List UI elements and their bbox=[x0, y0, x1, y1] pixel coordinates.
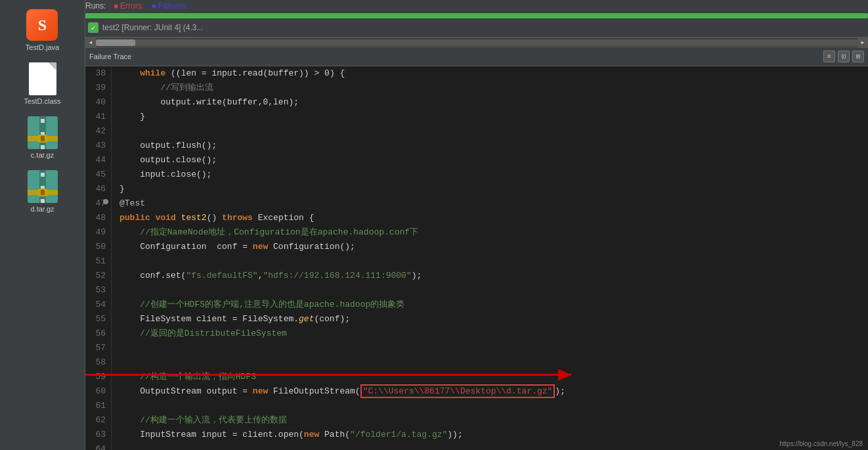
code-line: Configuration conf = new Configuration()… bbox=[119, 240, 868, 254]
code-editor-wrapper: 3839404142434445464748495051525354555657… bbox=[85, 66, 868, 450]
code-line: //构造一个输出流，指向HDFS bbox=[119, 370, 868, 384]
code-line: while ((len = input.read(buffer)) > 0) { bbox=[119, 66, 868, 81]
code-line: FileSystem client = FileSystem.get(conf)… bbox=[119, 312, 868, 326]
sidebar-item-testd-class[interactable]: TestD.class bbox=[21, 60, 63, 108]
sidebar-item-label: d.tar.gz bbox=[30, 205, 54, 213]
trace-icon-3[interactable]: ⊞ bbox=[852, 51, 864, 62]
line-number: 49 bbox=[91, 225, 106, 240]
line-number: 58 bbox=[91, 355, 106, 370]
failures-label: ■ Failures: bbox=[152, 1, 188, 11]
code-line: public void test2() throws Exception { bbox=[119, 211, 868, 225]
sidebar-item-d-tar-gz[interactable]: d.tar.gz bbox=[24, 168, 61, 215]
code-line bbox=[119, 283, 868, 298]
svg-rect-6 bbox=[41, 145, 45, 149]
test-item[interactable]: ✓ test2 [Runner: JUnit 4] (4.3... bbox=[85, 20, 868, 35]
sidebar: S TestD.java TestD.class bbox=[0, 0, 85, 450]
line-number: 54 bbox=[91, 298, 106, 312]
line-number: 48 bbox=[91, 211, 106, 225]
runs-label: Runs: bbox=[85, 1, 106, 11]
code-line: //写到输出流 bbox=[119, 81, 868, 95]
line-number: 62 bbox=[91, 413, 106, 428]
code-lines: while ((len = input.read(buffer)) > 0) {… bbox=[112, 66, 868, 450]
svg-rect-13 bbox=[41, 179, 45, 183]
line-number: 38 bbox=[91, 66, 106, 81]
line-number: 55 bbox=[91, 312, 106, 326]
scroll-track[interactable] bbox=[96, 39, 857, 46]
code-content: 3839404142434445464748495051525354555657… bbox=[85, 66, 868, 450]
line-number: 40 bbox=[91, 95, 106, 110]
line-number: 56 bbox=[91, 326, 106, 341]
code-line: } bbox=[119, 182, 868, 196]
code-line bbox=[119, 442, 868, 450]
code-line bbox=[119, 399, 868, 413]
code-line bbox=[119, 355, 868, 370]
failure-trace-label: Failure Trace bbox=[89, 53, 131, 60]
file-icon bbox=[27, 63, 58, 95]
line-number: 42 bbox=[91, 124, 106, 139]
line-number: 61 bbox=[91, 399, 106, 413]
line-number: 59 bbox=[91, 370, 106, 384]
code-line: InputStream input = client.open(new Path… bbox=[119, 428, 868, 442]
line-number: 41 bbox=[91, 110, 106, 124]
code-line: output.close(); bbox=[119, 153, 868, 168]
sidebar-item-label: TestD.class bbox=[24, 97, 60, 105]
trace-icon-2[interactable]: ⊡ bbox=[838, 51, 850, 62]
sidebar-item-c-tar-gz[interactable]: c.tar.gz bbox=[24, 114, 61, 162]
junit-scrollbar[interactable]: ◀ ▶ bbox=[85, 37, 868, 47]
sidebar-item-testd-java[interactable]: S TestD.java bbox=[23, 7, 62, 54]
line-number: 46 bbox=[91, 182, 106, 196]
code-line: } bbox=[119, 110, 868, 124]
archive-d-icon bbox=[27, 171, 58, 202]
line-number: 44 bbox=[91, 153, 106, 168]
progress-bar bbox=[85, 13, 868, 18]
code-line: input.close(); bbox=[119, 168, 868, 182]
trace-icon-1[interactable]: ≡ bbox=[823, 51, 835, 62]
code-line: //指定NameNode地址，Configuration是在apache.had… bbox=[119, 225, 868, 240]
scroll-left-arrow[interactable]: ◀ bbox=[85, 37, 96, 48]
line-number: 63 bbox=[91, 428, 106, 442]
line-number: 64 bbox=[91, 442, 106, 450]
code-line: //创建一个HDFS的客户端,注意导入的也是apache.hadoop的抽象类 bbox=[119, 298, 868, 312]
archive-c-icon bbox=[27, 117, 58, 148]
code-line: //构建一个输入流，代表要上传的数据 bbox=[119, 413, 868, 428]
svg-rect-16 bbox=[41, 199, 45, 203]
svg-rect-19 bbox=[41, 190, 45, 195]
code-line: output.write(buffer,0,len); bbox=[119, 95, 868, 110]
svg-rect-12 bbox=[41, 173, 45, 177]
line-number: 50 bbox=[91, 240, 106, 254]
progress-fill bbox=[85, 13, 868, 18]
watermark: https://blog.csdn.net/lys_828 bbox=[779, 440, 863, 447]
line-number: 39 bbox=[91, 81, 106, 95]
line-number: 53 bbox=[91, 283, 106, 298]
scroll-right-arrow[interactable]: ▶ bbox=[857, 37, 868, 48]
line-number: 60 bbox=[91, 384, 106, 399]
test-item-label: test2 [Runner: JUnit 4] (4.3... bbox=[102, 23, 203, 32]
svg-rect-2 bbox=[41, 119, 45, 123]
code-line bbox=[119, 124, 868, 139]
code-line: @Test bbox=[119, 196, 868, 211]
junit-toolbar: Runs: ■ Errors: ■ Failures: bbox=[85, 1, 868, 11]
code-line bbox=[119, 254, 868, 269]
line-number: 52 bbox=[91, 269, 106, 283]
svg-rect-9 bbox=[41, 136, 45, 141]
code-line: OutputStream output = new FileOutputStre… bbox=[119, 384, 868, 399]
errors-label: ■ Errors: bbox=[114, 1, 144, 11]
code-editor[interactable]: 3839404142434445464748495051525354555657… bbox=[85, 66, 868, 450]
line-number: 51 bbox=[91, 254, 106, 269]
test-pass-icon: ✓ bbox=[88, 22, 98, 33]
code-line: conf.set("fs.defaultFS","hdfs://192.168.… bbox=[119, 269, 868, 283]
sidebar-item-label: c.tar.gz bbox=[31, 151, 54, 159]
code-line: //返回的是DistributeFileSystem bbox=[119, 326, 868, 341]
line-number: 57 bbox=[91, 341, 106, 355]
main-content: Runs: ■ Errors: ■ Failures: ✓ test2 [Run… bbox=[85, 0, 868, 450]
sublime-icon: S bbox=[26, 9, 58, 41]
line-number: 47 bbox=[91, 196, 106, 211]
line-number: 43 bbox=[91, 139, 106, 153]
line-number: 45 bbox=[91, 168, 106, 182]
svg-rect-3 bbox=[41, 125, 45, 129]
code-line: output.flush(); bbox=[119, 139, 868, 153]
junit-panel: Runs: ■ Errors: ■ Failures: ✓ test2 [Run… bbox=[85, 0, 868, 37]
sidebar-item-label: TestD.java bbox=[26, 43, 59, 51]
code-line bbox=[119, 341, 868, 355]
line-numbers: 3839404142434445464748495051525354555657… bbox=[85, 66, 112, 450]
